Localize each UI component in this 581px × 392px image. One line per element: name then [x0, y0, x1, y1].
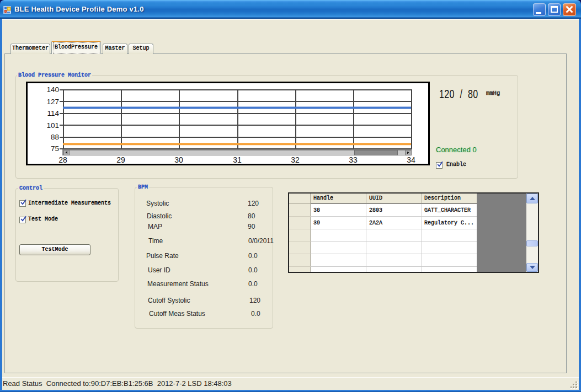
svg-text:101: 101 — [46, 121, 59, 130]
svg-text:32: 32 — [291, 155, 300, 164]
svg-text:88: 88 — [51, 133, 59, 141]
svg-text:127: 127 — [46, 98, 59, 106]
svg-text:30: 30 — [174, 155, 183, 164]
svg-text:31: 31 — [233, 155, 242, 164]
svg-text:29: 29 — [116, 155, 125, 164]
svg-text:28: 28 — [58, 155, 67, 164]
svg-text:34: 34 — [407, 155, 415, 164]
svg-text:114: 114 — [47, 109, 59, 117]
svg-text:75: 75 — [51, 144, 59, 153]
svg-text:33: 33 — [349, 155, 358, 164]
svg-text:140: 140 — [46, 85, 59, 94]
